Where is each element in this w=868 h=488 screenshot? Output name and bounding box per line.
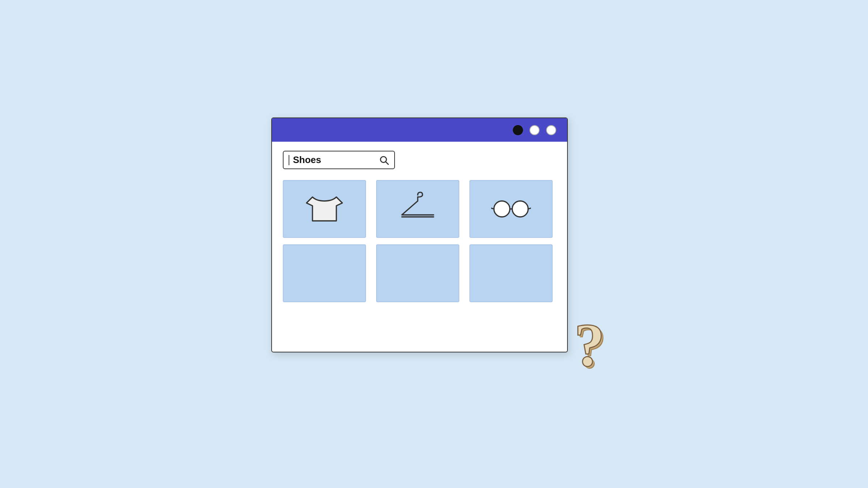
svg-point-4 — [512, 201, 528, 217]
search-icon — [379, 155, 389, 165]
question-mark-decoration: ? — [561, 309, 618, 381]
product-card-hanger[interactable] — [376, 180, 459, 238]
browser-window: Shoes — [271, 117, 568, 352]
maximize-dot[interactable] — [546, 125, 556, 135]
tshirt-icon — [305, 189, 344, 229]
question-mark-text: ? — [574, 314, 605, 376]
svg-line-6 — [491, 208, 494, 209]
browser-titlebar — [272, 118, 567, 142]
product-card-empty-2[interactable] — [376, 244, 459, 302]
product-grid — [283, 180, 556, 302]
close-dot[interactable] — [513, 125, 523, 135]
hanger-icon — [398, 189, 438, 229]
product-card-tshirt[interactable] — [283, 180, 366, 238]
svg-line-1 — [386, 162, 388, 164]
search-bar[interactable]: Shoes — [283, 151, 395, 169]
product-card-empty-3[interactable] — [469, 244, 553, 302]
minimize-dot[interactable] — [529, 125, 540, 135]
search-value: Shoes — [293, 154, 379, 166]
scene: Shoes — [271, 117, 597, 371]
product-card-empty-1[interactable] — [283, 244, 366, 302]
search-cursor — [289, 155, 289, 165]
svg-point-3 — [494, 201, 510, 217]
glasses-icon — [491, 189, 531, 229]
svg-line-7 — [528, 208, 531, 209]
product-card-glasses[interactable] — [469, 180, 553, 238]
browser-body: Shoes — [272, 142, 567, 311]
